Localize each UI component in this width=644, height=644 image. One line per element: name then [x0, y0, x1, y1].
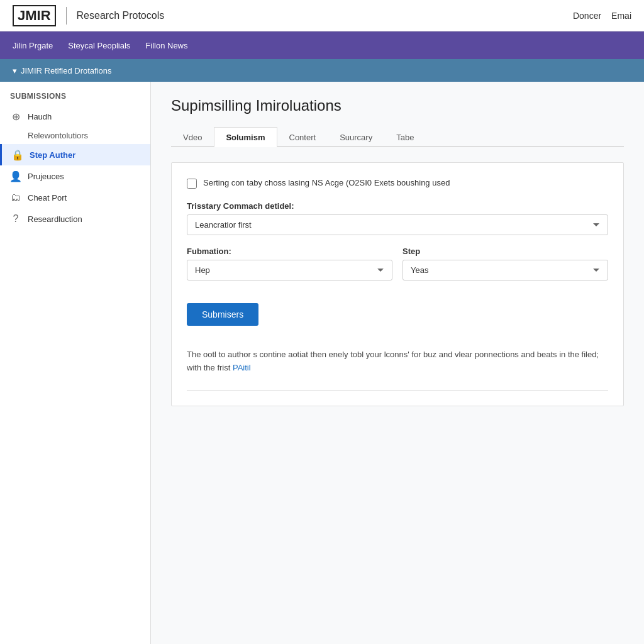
header-right: Doncer Emai	[573, 11, 631, 21]
globe-icon: ⊕	[10, 111, 21, 122]
form-area: Serting con taby choss lasing NS Acge (O…	[171, 162, 624, 406]
sidebar-sub-item-relewon[interactable]: Relewontolutiors	[0, 127, 150, 144]
checkbox-label: Serting con taby choss lasing NS Acge (O…	[203, 178, 450, 187]
top-header: JMIR Research Protocols Doncer Emai	[0, 0, 644, 31]
header-doncer[interactable]: Doncer	[573, 11, 601, 21]
col1-label: Fubmation:	[187, 247, 392, 256]
sidebar-item-researd-label: Researdluction	[28, 214, 82, 224]
submit-button[interactable]: Submisers	[187, 303, 258, 326]
tabs: Vdeo Solumism Contert Suurcary Tabe	[171, 127, 624, 147]
user-icon: 👤	[10, 170, 21, 182]
fubmation-group: Fubmation: Hep Option 2	[187, 247, 392, 280]
main-content: Supimsilling Imiroluations Vdeo Solumism…	[151, 82, 644, 644]
tab-contert[interactable]: Contert	[277, 127, 328, 147]
col2-label: Step	[402, 247, 608, 256]
breadcrumb-text: JIMIR Retlfled Drotafions	[21, 66, 112, 75]
breadcrumb-arrow: ▾	[13, 66, 17, 75]
nav-item-jilin[interactable]: Jilin Prgate	[13, 38, 53, 53]
logo-area: JMIR Research Protocols	[13, 5, 164, 26]
info-link[interactable]: PAitil	[233, 363, 251, 372]
checkbox-serting[interactable]	[187, 179, 197, 189]
primary-field-label: Trisstary Commach detidel:	[187, 201, 608, 211]
tab-vdeo[interactable]: Vdeo	[171, 127, 214, 147]
sidebar-item-cheat-port[interactable]: 🗂 Cheat Port	[0, 187, 150, 208]
sidebar-item-prujeuces[interactable]: 👤 Prujeuces	[0, 165, 150, 187]
col2-select[interactable]: Yeas Option 2	[402, 260, 608, 280]
two-col-row: Fubmation: Hep Option 2 Step Yeas Option…	[187, 247, 608, 292]
primary-field-select[interactable]: Leancratior first Option 2 Option 3	[187, 214, 608, 235]
nav-item-steycal[interactable]: Steycal Peoplials	[68, 38, 130, 53]
sidebar-item-prujeuces-label: Prujeuces	[28, 172, 64, 181]
tab-suurcary[interactable]: Suurcary	[328, 127, 384, 147]
question-icon: ?	[10, 213, 21, 225]
form-divider	[187, 390, 608, 391]
nav-bar: Jilin Prgate Steycal Peoplials Fillon Ne…	[0, 31, 644, 59]
page-title: Supimsilling Imiroluations	[171, 97, 624, 114]
layout: Submissions ⊕ Haudh Relewontolutiors 🔒 S…	[0, 82, 644, 644]
folder-icon: 🗂	[10, 192, 21, 203]
tab-solumism[interactable]: Solumism	[214, 127, 277, 147]
tab-tabe[interactable]: Tabe	[384, 127, 426, 147]
nav-item-fillon[interactable]: Fillon News	[145, 38, 187, 53]
step-group: Step Yeas Option 2	[402, 247, 608, 280]
sidebar: Submissions ⊕ Haudh Relewontolutiors 🔒 S…	[0, 82, 151, 644]
info-text-area: The ootl to author s contine aotiat then…	[187, 348, 608, 375]
sidebar-section-title: Submissions	[0, 92, 150, 106]
sidebar-item-haudh[interactable]: ⊕ Haudh	[0, 106, 150, 127]
primary-field-group: Trisstary Commach detidel: Leancratior f…	[187, 201, 608, 235]
logo-divider	[66, 7, 67, 25]
checkbox-row: Serting con taby choss lasing NS Acge (O…	[187, 178, 608, 189]
sidebar-item-step-author[interactable]: 🔒 Step Auther	[0, 144, 150, 165]
jmir-logo: JMIR	[13, 5, 56, 26]
sidebar-item-cheat-port-label: Cheat Port	[28, 193, 67, 203]
header-emai[interactable]: Emai	[611, 11, 631, 21]
col1-select[interactable]: Hep Option 2	[187, 260, 392, 280]
sidebar-item-researd[interactable]: ? Researdluction	[0, 208, 150, 230]
sidebar-item-haudh-label: Haudh	[28, 112, 52, 121]
site-subtitle: Research Protocols	[77, 10, 165, 21]
breadcrumb-bar: ▾ JIMIR Retlfled Drotafions	[0, 59, 644, 82]
sidebar-item-step-author-label: Step Auther	[30, 150, 75, 160]
lock-icon: 🔒	[12, 149, 23, 160]
